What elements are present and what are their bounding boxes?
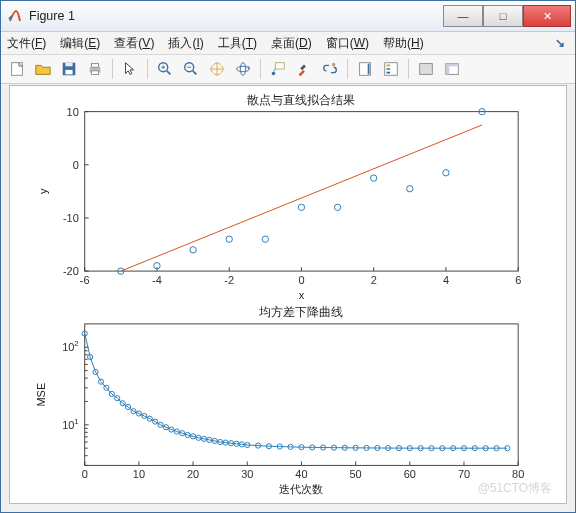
menu-h[interactable]: 帮助(H) — [381, 35, 426, 52]
svg-text:-6: -6 — [80, 274, 90, 286]
rotate3d-icon[interactable] — [231, 57, 255, 81]
link-icon[interactable] — [318, 57, 342, 81]
svg-text:50: 50 — [350, 468, 362, 480]
svg-point-59 — [334, 204, 340, 210]
open-icon[interactable] — [31, 57, 55, 81]
svg-point-15 — [240, 63, 245, 76]
svg-text:30: 30 — [241, 468, 253, 480]
svg-point-20 — [332, 63, 336, 67]
zoom-out-icon[interactable] — [179, 57, 203, 81]
matlab-logo-icon — [7, 8, 23, 24]
svg-rect-27 — [420, 64, 433, 75]
menu-f[interactable]: 文件(F) — [5, 35, 48, 52]
plot-area: 散点与直线拟合结果-6-4-20246-20-10010xy均方差下降曲线010… — [9, 85, 567, 504]
svg-text:102: 102 — [62, 339, 79, 353]
menu-d[interactable]: 桌面(D) — [269, 35, 314, 52]
svg-text:-20: -20 — [63, 265, 79, 277]
title-bar[interactable]: Figure 1 — □ ✕ — [1, 1, 575, 32]
chart1-title: 散点与直线拟合结果 — [247, 93, 355, 107]
svg-rect-3 — [65, 63, 72, 67]
svg-point-61 — [407, 186, 413, 192]
legend-icon[interactable] — [379, 57, 403, 81]
pan-icon[interactable] — [205, 57, 229, 81]
chart2-title: 均方差下降曲线 — [258, 305, 343, 319]
zoom-in-icon[interactable] — [153, 57, 177, 81]
new-figure-icon[interactable] — [5, 57, 29, 81]
svg-rect-30 — [446, 66, 450, 74]
chart1-x-axis: -6-4-20246 — [80, 267, 521, 286]
chart2-mse-line — [85, 334, 508, 449]
svg-text:0: 0 — [82, 468, 88, 480]
chart2-xlabel: 迭代次数 — [279, 483, 323, 495]
svg-rect-29 — [446, 64, 459, 67]
svg-point-14 — [237, 66, 250, 71]
svg-text:20: 20 — [187, 468, 199, 480]
svg-text:0: 0 — [298, 274, 304, 286]
window-title: Figure 1 — [29, 9, 443, 23]
chart2-mse-markers — [82, 331, 510, 451]
toolbar-separator — [112, 59, 113, 79]
menu-bar: 文件(F)编辑(E)查看(V)插入(I)工具(T)桌面(D)窗口(W)帮助(H)… — [1, 32, 575, 55]
svg-rect-19 — [300, 65, 306, 71]
toolbar-separator — [347, 59, 348, 79]
chart1-ylabel: y — [37, 188, 49, 194]
chart1-fit-line — [121, 125, 482, 271]
close-button[interactable]: ✕ — [523, 5, 571, 27]
svg-point-17 — [272, 72, 276, 76]
svg-point-60 — [371, 175, 377, 181]
svg-text:40: 40 — [295, 468, 307, 480]
svg-text:80: 80 — [512, 468, 524, 480]
svg-text:-4: -4 — [152, 274, 162, 286]
svg-text:2: 2 — [371, 274, 377, 286]
menu-i[interactable]: 插入(I) — [166, 35, 205, 52]
svg-rect-6 — [91, 71, 98, 75]
chart1-axes-box — [85, 112, 518, 271]
figure-window: Figure 1 — □ ✕ 文件(F)编辑(E)查看(V)插入(I)工具(T)… — [0, 0, 576, 513]
datatip-icon[interactable] — [266, 57, 290, 81]
svg-point-57 — [262, 236, 268, 242]
toolbar — [1, 55, 575, 84]
svg-rect-5 — [91, 64, 98, 68]
svg-text:6: 6 — [515, 274, 521, 286]
show-tools-icon[interactable] — [440, 57, 464, 81]
watermark: @51CTO博客 — [478, 481, 552, 495]
svg-line-12 — [193, 71, 197, 75]
hide-tools-icon[interactable] — [414, 57, 438, 81]
save-icon[interactable] — [57, 57, 81, 81]
brush-icon[interactable] — [292, 57, 316, 81]
svg-rect-16 — [275, 63, 284, 69]
svg-line-18 — [274, 69, 276, 72]
svg-text:10: 10 — [133, 468, 145, 480]
svg-text:-10: -10 — [63, 212, 79, 224]
svg-line-8 — [167, 71, 171, 75]
svg-text:10: 10 — [67, 106, 79, 118]
svg-point-56 — [226, 236, 232, 242]
minimize-button[interactable]: — — [443, 5, 483, 27]
toolbar-separator — [408, 59, 409, 79]
chart1-scatter — [118, 108, 486, 274]
menu-v[interactable]: 查看(V) — [112, 35, 156, 52]
svg-rect-25 — [387, 68, 391, 70]
menu-t[interactable]: 工具(T) — [216, 35, 259, 52]
svg-rect-22 — [368, 64, 370, 75]
colorbar-icon[interactable] — [353, 57, 377, 81]
svg-rect-26 — [387, 72, 391, 74]
print-icon[interactable] — [83, 57, 107, 81]
svg-text:-2: -2 — [224, 274, 234, 286]
svg-point-55 — [190, 247, 196, 253]
menu-e[interactable]: 编辑(E) — [58, 35, 102, 52]
toolbar-separator — [260, 59, 261, 79]
svg-rect-24 — [387, 65, 391, 67]
svg-text:0: 0 — [73, 159, 79, 171]
chart2-x-axis: 01020304050607080 — [82, 461, 525, 480]
svg-text:101: 101 — [62, 417, 79, 431]
svg-point-62 — [443, 170, 449, 176]
menu-w[interactable]: 窗口(W) — [324, 35, 371, 52]
pointer-icon[interactable] — [118, 57, 142, 81]
maximize-button[interactable]: □ — [483, 5, 523, 27]
svg-rect-2 — [65, 70, 72, 75]
chart1-xlabel: x — [299, 289, 305, 301]
svg-text:70: 70 — [458, 468, 470, 480]
dock-arrow-icon[interactable]: ↘ — [555, 36, 571, 50]
chart2-ylabel: MSE — [35, 383, 47, 407]
